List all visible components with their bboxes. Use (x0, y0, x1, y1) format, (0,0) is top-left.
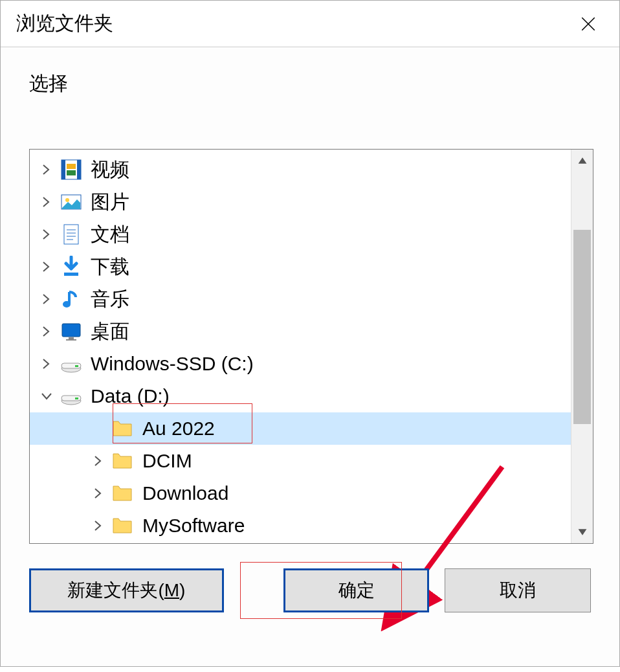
tree-item-dcim[interactable]: DCIM (30, 445, 571, 477)
close-icon (580, 16, 597, 32)
dialog-title: 浏览文件夹 (16, 10, 113, 37)
tree-item-label: Data (D:) (91, 385, 170, 407)
tree-item-label: 视频 (91, 157, 129, 183)
chevron-right-icon[interactable] (89, 452, 107, 470)
tree-item-docs[interactable]: 文档 (30, 218, 571, 251)
tree-item-label: Windows-SSD (C:) (91, 353, 254, 375)
tree-item-label: DCIM (142, 450, 192, 472)
download-icon (60, 255, 83, 278)
tree-item-download2[interactable]: Download (30, 477, 571, 510)
chevron-right-icon[interactable] (38, 193, 56, 211)
svg-marker-3 (578, 529, 586, 535)
tree-item-drive-d[interactable]: Data (D:) (30, 380, 571, 412)
folder-tree-container: 视频图片文档下载音乐桌面Windows-SSD (C:)Data (D:)Au … (29, 149, 593, 544)
new-folder-hotkey: M (164, 580, 179, 601)
tree-item-label: 文档 (91, 221, 129, 248)
scroll-up-button[interactable] (571, 150, 593, 172)
drive-icon (60, 385, 83, 408)
cancel-button[interactable]: 取消 (445, 568, 591, 612)
chevron-right-icon[interactable] (89, 484, 107, 502)
prompt-area: 选择 (1, 47, 619, 110)
tree-item-au2022[interactable]: Au 2022 (30, 412, 571, 445)
folder-icon (111, 482, 135, 505)
cancel-label: 取消 (500, 578, 536, 603)
browse-folder-dialog: 浏览文件夹 选择 视频图片文档下载音乐桌面Windows-SSD (C:)Dat… (0, 0, 620, 667)
new-folder-label: 新建文件夹( (67, 578, 164, 603)
chevron-right-icon[interactable] (38, 161, 56, 179)
tree-item-label: MySoftware (142, 515, 245, 537)
tree-item-label: 音乐 (91, 286, 129, 313)
chevron-right-icon[interactable] (89, 517, 107, 535)
folder-tree[interactable]: 视频图片文档下载音乐桌面Windows-SSD (C:)Data (D:)Au … (30, 150, 571, 543)
pictures-icon (60, 190, 83, 214)
scroll-thumb[interactable] (573, 230, 591, 424)
tree-item-mysoft[interactable]: MySoftware (30, 510, 571, 542)
button-row: 新建文件夹(M) 确定 取消 (1, 544, 619, 638)
ok-label: 确定 (338, 578, 375, 603)
music-icon (60, 287, 83, 311)
scroll-track[interactable] (571, 172, 593, 521)
expander-spacer (89, 420, 107, 438)
chevron-right-icon[interactable] (38, 355, 56, 373)
new-folder-button[interactable]: 新建文件夹(M) (29, 568, 224, 612)
folder-icon (111, 514, 135, 537)
titlebar: 浏览文件夹 (1, 1, 619, 47)
svg-marker-2 (578, 157, 586, 164)
prompt-label: 选择 (29, 73, 68, 94)
folder-icon (111, 449, 135, 473)
tree-item-label: 桌面 (91, 319, 129, 345)
tree-item-music[interactable]: 音乐 (30, 283, 571, 315)
desktop-icon (60, 320, 83, 343)
scroll-down-button[interactable] (571, 521, 593, 543)
tree-item-videos[interactable]: 视频 (30, 153, 571, 186)
tree-item-pictures[interactable]: 图片 (30, 186, 571, 218)
chevron-right-icon[interactable] (38, 258, 56, 276)
ok-button[interactable]: 确定 (283, 568, 430, 612)
tree-item-label: 下载 (91, 254, 129, 280)
document-icon (60, 223, 83, 246)
tree-item-downloads[interactable]: 下载 (30, 251, 571, 283)
folder-icon (111, 417, 135, 440)
drive-icon (60, 352, 83, 375)
chevron-down-icon[interactable] (38, 387, 56, 405)
tree-item-drive-c[interactable]: Windows-SSD (C:) (30, 348, 571, 380)
chevron-right-icon[interactable] (38, 322, 56, 341)
chevron-right-icon[interactable] (38, 290, 56, 308)
tree-item-label: Au 2022 (142, 418, 215, 440)
chevron-right-icon[interactable] (38, 225, 56, 243)
scrollbar[interactable] (571, 150, 593, 543)
tree-item-label: Download (142, 482, 228, 504)
tree-item-label: 图片 (91, 189, 129, 216)
close-button[interactable] (573, 8, 604, 39)
video-icon (60, 158, 83, 181)
tree-item-desktop[interactable]: 桌面 (30, 315, 571, 348)
